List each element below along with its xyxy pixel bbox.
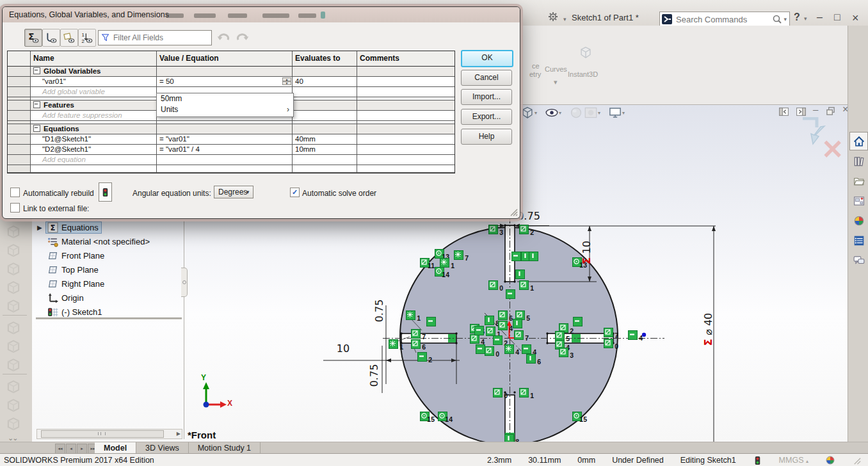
headsup-caret-icon[interactable]: ▾ bbox=[559, 110, 561, 116]
dropdown-item[interactable]: Units› bbox=[157, 104, 293, 115]
sketch-relation-badge[interactable]: 15 bbox=[572, 412, 582, 421]
column-header[interactable]: Comments bbox=[357, 51, 454, 67]
collapse-box-icon[interactable] bbox=[33, 67, 40, 74]
cell-value[interactable]: = "var01" / 4 bbox=[157, 145, 293, 155]
tree-expand-arrow-icon[interactable]: ▶ bbox=[37, 224, 42, 231]
tree-item-origin[interactable]: Origin bbox=[33, 291, 184, 305]
cell-evaluates-to[interactable]: 40mm bbox=[293, 134, 357, 145]
monitor-view-icon[interactable] bbox=[609, 106, 622, 119]
cell-name[interactable]: "var01" bbox=[31, 77, 157, 87]
tree-item-front-plane[interactable]: Front Plane bbox=[33, 248, 184, 262]
sketch-relation-badge[interactable] bbox=[474, 326, 484, 335]
tree-item-right-plane[interactable]: Right Plane bbox=[33, 277, 184, 291]
sketch-relation-badge[interactable]: 15 bbox=[420, 412, 430, 421]
sketch-relation-badge[interactable]: 0 bbox=[488, 280, 498, 290]
redo-icon[interactable] bbox=[236, 30, 250, 44]
feature-tool-icon[interactable] bbox=[5, 280, 23, 298]
tab-3d-views[interactable]: 3D Views bbox=[136, 442, 189, 454]
search-icon[interactable] bbox=[772, 14, 782, 24]
cell-comments[interactable] bbox=[357, 87, 454, 97]
sketch-relation-badge[interactable] bbox=[476, 344, 485, 354]
sketch-relation-badge[interactable] bbox=[515, 269, 525, 279]
angular-units-select[interactable]: Degrees▼ bbox=[214, 186, 253, 198]
sketch-relation-badge[interactable]: 0 bbox=[493, 388, 502, 398]
sketch-relation-badge[interactable]: 6 bbox=[526, 354, 536, 364]
taskpane-forum-icon[interactable] bbox=[849, 251, 868, 269]
sketch-relation-badge[interactable]: 1 bbox=[389, 339, 398, 349]
sketch-relation-badge[interactable] bbox=[573, 317, 583, 326]
sketch-relation-badge[interactable]: 4 bbox=[470, 334, 479, 344]
cell-value[interactable] bbox=[157, 124, 293, 134]
sketch-relation-badge[interactable] bbox=[511, 252, 521, 261]
feature-tool-icon[interactable] bbox=[5, 357, 23, 375]
cell-comments[interactable] bbox=[357, 145, 454, 155]
sketch-relation-badge[interactable]: 8 bbox=[485, 316, 494, 325]
dimension-view-button[interactable] bbox=[60, 29, 78, 47]
auto-solve-checkbox[interactable]: ✓ bbox=[290, 188, 300, 197]
link-external-checkbox[interactable] bbox=[10, 203, 20, 213]
sketch-relation-badge[interactable]: 11 bbox=[420, 258, 430, 268]
panel-next-icon[interactable] bbox=[796, 106, 807, 117]
sketch-relation-badge[interactable]: 7 bbox=[454, 250, 463, 260]
units-selector[interactable]: MMGS ▴ bbox=[779, 456, 808, 465]
tab-motion-study-1[interactable]: Motion Study 1 bbox=[189, 442, 261, 454]
cell-name[interactable]: Equations bbox=[31, 124, 157, 134]
sketch-relation-badge[interactable]: 4 bbox=[498, 321, 508, 330]
cell-value[interactable] bbox=[157, 155, 293, 165]
scene-view-icon[interactable] bbox=[584, 106, 597, 119]
sketch-relation-badge[interactable]: 13 bbox=[435, 249, 444, 259]
dialog-resize-grip[interactable] bbox=[510, 208, 518, 216]
sketch-relation-badge[interactable]: 2 bbox=[417, 352, 427, 362]
options-gear-icon[interactable] bbox=[548, 12, 558, 22]
taskpane-custom-properties-icon[interactable] bbox=[849, 231, 868, 250]
tab-nav-prev-icon[interactable]: ◂ bbox=[66, 444, 76, 454]
value-spinner[interactable]: ▲▼ bbox=[282, 77, 291, 86]
sketch-relation-badge[interactable]: 13 bbox=[572, 257, 582, 267]
close-button[interactable]: × bbox=[852, 12, 859, 25]
column-header[interactable]: Evaluates to bbox=[293, 51, 357, 67]
ribbon-label-curves[interactable]: Curves bbox=[545, 65, 567, 73]
feature-tool-icon[interactable] bbox=[5, 320, 23, 338]
ok-button[interactable]: OK bbox=[461, 50, 513, 67]
undo-icon[interactable] bbox=[216, 30, 230, 44]
sketch-relation-badge[interactable] bbox=[529, 252, 538, 261]
scrollbar-thumb[interactable] bbox=[41, 430, 164, 438]
cell-comments[interactable] bbox=[357, 100, 454, 111]
sketch-relation-badge[interactable]: 0 bbox=[485, 346, 494, 356]
cell-evaluates-to[interactable] bbox=[293, 67, 357, 77]
sketch-relation-badge[interactable]: 4 bbox=[504, 344, 514, 354]
sketch-relation-badge[interactable]: 1 bbox=[486, 326, 495, 336]
sketch-relation-badge[interactable]: 6 bbox=[411, 339, 421, 349]
equation-view-button[interactable]: Σ bbox=[24, 29, 42, 47]
cell-value[interactable] bbox=[157, 67, 293, 77]
tree-item-sketch1[interactable]: (-) Sketch1 bbox=[33, 305, 184, 319]
cell-evaluates-to[interactable]: 10mm bbox=[293, 145, 357, 155]
sketch-relation-badge[interactable]: 1 bbox=[406, 310, 415, 320]
cell-name[interactable]: Add equation bbox=[31, 155, 157, 165]
search-commands-box[interactable]: ▾ bbox=[659, 12, 790, 27]
sketch-relation-badge[interactable]: 3 bbox=[488, 225, 498, 234]
cell-evaluates-to[interactable] bbox=[293, 111, 357, 121]
sketch-relation-badge[interactable]: 1 bbox=[519, 388, 529, 398]
sketch-relation-badge[interactable]: 1 bbox=[440, 258, 449, 268]
cell-comments[interactable] bbox=[357, 67, 454, 77]
sketch-relation-badge[interactable]: 4 bbox=[522, 344, 531, 354]
maximize-button[interactable]: □ bbox=[834, 12, 840, 23]
sketch-relation-badge[interactable]: 7 bbox=[604, 328, 613, 337]
tree-horizontal-scrollbar[interactable]: ▶ bbox=[36, 429, 182, 439]
column-header[interactable]: Value / Equation bbox=[157, 51, 293, 67]
sketch-relation-badge[interactable]: 3 bbox=[559, 348, 568, 357]
scrollbar-arrow-icon[interactable]: ▶ bbox=[177, 431, 181, 437]
dimension-label[interactable]: Σ 10 bbox=[581, 224, 593, 282]
ordered-view-button[interactable]: 12 bbox=[78, 29, 96, 47]
sketch-relation-badge[interactable]: 14 bbox=[435, 267, 444, 277]
dimension-label[interactable]: 0.75 bbox=[368, 347, 380, 405]
panel-previous-icon[interactable] bbox=[778, 106, 789, 117]
column-header[interactable]: Name bbox=[31, 51, 157, 67]
tree-item-top-plane[interactable]: Top Plane bbox=[33, 262, 184, 277]
sketch-relation-badge[interactable] bbox=[513, 319, 522, 328]
cell-comments[interactable] bbox=[357, 155, 454, 165]
options-caret-icon[interactable]: ▾ bbox=[563, 16, 567, 22]
sketch-relation-badge[interactable]: 6 bbox=[498, 310, 508, 320]
tree-item-material-not-specified[interactable]: Material <not specified> bbox=[33, 234, 184, 248]
